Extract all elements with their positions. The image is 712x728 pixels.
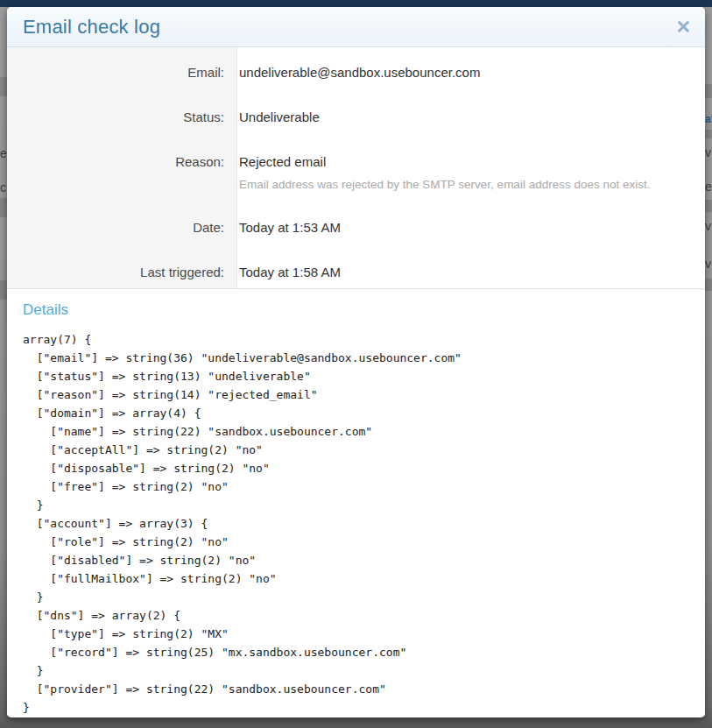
background-row-band <box>705 130 712 138</box>
status-value: Undeliverable <box>224 109 320 125</box>
background-row-band <box>705 279 712 291</box>
background-row-band <box>705 84 712 98</box>
background-text-fragment: at <box>705 113 712 125</box>
last-triggered-field-row: Last triggered: Today at 1:58 AM <box>7 264 705 280</box>
background-row-band <box>0 280 7 300</box>
close-icon[interactable]: ✕ <box>675 15 691 39</box>
email-summary-fields: Email: undeliverable@sandbox.usebouncer.… <box>7 47 705 289</box>
status-label: Status: <box>7 109 224 125</box>
background-row-band <box>0 77 7 96</box>
background-text-fragment: v <box>705 146 712 159</box>
background-navbar <box>0 0 712 7</box>
background-text-fragment: e <box>705 180 712 193</box>
last-triggered-label: Last triggered: <box>7 264 224 280</box>
details-toggle-link[interactable]: Details <box>23 301 68 319</box>
reason-field-row: Reason: Rejected email Email address was… <box>7 153 705 192</box>
reason-label: Reason: <box>7 153 224 192</box>
background-row-band <box>705 200 712 212</box>
date-field-row: Date: Today at 1:53 AM <box>7 219 705 236</box>
modal-title: Email check log <box>23 16 160 39</box>
status-field-row: Status: Undeliverable <box>7 109 705 125</box>
background-row-band <box>0 198 7 217</box>
email-label: Email: <box>7 64 224 81</box>
date-label: Date: <box>7 219 224 236</box>
background-text-fragment: v <box>705 220 712 232</box>
reason-value: Rejected email Email address was rejecte… <box>224 153 650 192</box>
email-value: undeliverable@sandbox.usebouncer.com <box>224 64 480 81</box>
details-code-dump: array(7) { ["email"] => string(36) "unde… <box>23 330 689 717</box>
date-value: Today at 1:53 AM <box>224 219 341 236</box>
email-check-log-modal: Email check log ✕ Email: undeliverable@s… <box>7 7 705 717</box>
reason-value-text: Rejected email <box>239 153 650 170</box>
background-text-fragment: v <box>705 258 712 270</box>
email-field-row: Email: undeliverable@sandbox.usebouncer.… <box>7 64 705 81</box>
modal-header: Email check log ✕ <box>7 7 705 47</box>
last-triggered-value: Today at 1:58 AM <box>224 264 341 280</box>
details-section: Details array(7) { ["email"] => string(3… <box>7 289 705 717</box>
reason-description: Email address was rejected by the SMTP s… <box>239 177 650 192</box>
